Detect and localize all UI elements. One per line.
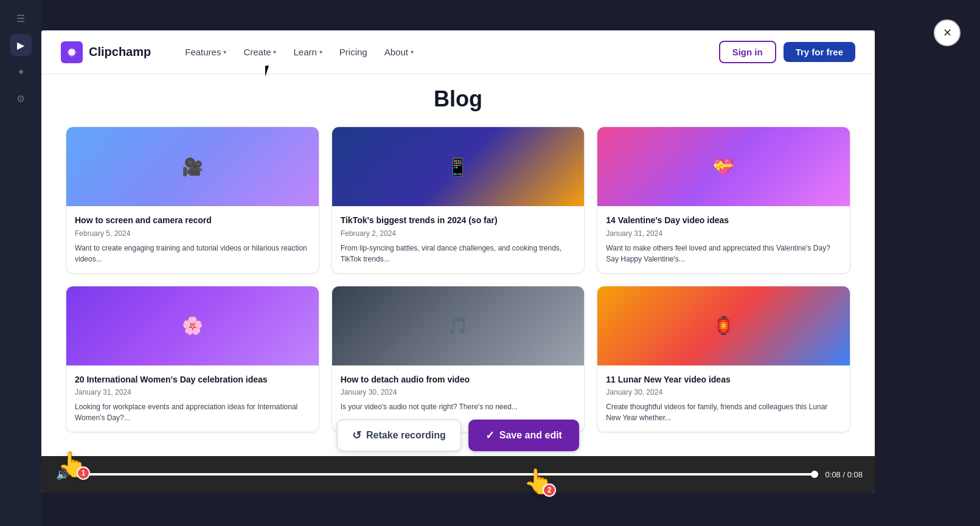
card-excerpt-1: Want to create engaging training and tut… — [75, 243, 310, 265]
card-body-3: 14 Valentine's Day video ideas January 3… — [597, 206, 850, 273]
card-date-4: January 31, 2024 — [75, 388, 310, 396]
blog-card-2[interactable]: 📱 TikTok's biggest trends in 2024 (so fa… — [332, 126, 585, 274]
blog-area: Blog 🎥 How to screen and camera record F… — [41, 74, 875, 456]
nav-links: Features ▾ Create ▾ Learn ▾ Pricing Abou… — [178, 42, 704, 62]
nav-learn-label: Learn — [293, 47, 316, 57]
card-image-5: 🎵 — [332, 286, 585, 365]
nav-pricing[interactable]: Pricing — [332, 42, 375, 62]
sidebar-icon-menu[interactable]: ☰ — [10, 7, 32, 29]
card-title-3: 14 Valentine's Day video ideas — [606, 215, 841, 227]
card-title-1: How to screen and camera record — [75, 215, 310, 227]
logo-text: Clipchamp — [89, 45, 151, 59]
save-icon: ✓ — [485, 429, 495, 442]
card-date-1: February 5, 2024 — [75, 229, 310, 238]
nav-about-chevron: ▾ — [411, 49, 414, 55]
card-body-2: TikTok's biggest trends in 2024 (so far)… — [332, 206, 585, 273]
sidebar-icon-settings[interactable]: ⚙ — [10, 88, 32, 109]
retake-icon: ↺ — [352, 429, 361, 442]
nav-learn[interactable]: Learn ▾ — [286, 42, 329, 62]
card-body-5: How to detach audio from video January 3… — [332, 365, 585, 421]
volume-icon[interactable]: 🔊 — [54, 468, 72, 481]
logo-area[interactable]: Clipchamp — [61, 41, 151, 63]
nav-features-chevron: ▾ — [223, 49, 226, 55]
nav-about[interactable]: About ▾ — [377, 42, 421, 62]
nav-learn-chevron: ▾ — [319, 49, 322, 55]
save-label: Save and edit — [499, 430, 562, 441]
card-excerpt-4: Looking for workplace events and appreci… — [75, 401, 310, 423]
card-excerpt-5: Is your video's audio not quite right? T… — [341, 401, 576, 412]
sidebar-icon-play[interactable]: ▶ — [10, 34, 32, 56]
card-date-2: February 2, 2024 — [341, 229, 576, 238]
video-controls: 🔊 0:08 / 0:08 — [41, 456, 875, 493]
svg-rect-1 — [69, 49, 75, 55]
blog-card-6[interactable]: 🏮 11 Lunar New Year video ideas January … — [597, 286, 850, 433]
card-excerpt-2: From lip-syncing battles, viral dance ch… — [341, 243, 576, 265]
nav-create[interactable]: Create ▾ — [236, 42, 283, 62]
sidebar-icon-star[interactable]: ✦ — [10, 61, 32, 83]
card-body-4: 20 International Women's Day celebration… — [66, 365, 319, 432]
card-title-6: 11 Lunar New Year video ideas — [606, 374, 841, 386]
card-body-6: 11 Lunar New Year video ideas January 30… — [597, 365, 850, 432]
blog-card-5[interactable]: 🎵 How to detach audio from video January… — [332, 286, 585, 433]
blog-grid: 🎥 How to screen and camera record Februa… — [66, 126, 850, 432]
card-body-1: How to screen and camera record February… — [66, 206, 319, 273]
retake-label: Retake recording — [366, 430, 446, 441]
card-excerpt-3: Want to make others feel loved and appre… — [606, 243, 841, 265]
card-image-4: 🌸 — [66, 286, 319, 365]
card-date-5: January 30, 2024 — [341, 388, 576, 396]
clipchamp-logo — [61, 41, 83, 63]
nav-features-label: Features — [185, 47, 221, 57]
sidebar: ☰ ▶ ✦ ⚙ — [0, 0, 41, 526]
card-image-1: 🎥 — [66, 127, 319, 206]
time-display: 0:08 / 0:08 — [825, 470, 863, 479]
retake-recording-button[interactable]: ↺ Retake recording — [337, 420, 461, 451]
close-icon: ✕ — [943, 26, 952, 40]
progress-fill — [79, 473, 818, 476]
card-excerpt-6: Create thoughtful videos for family, fri… — [606, 401, 841, 423]
blog-card-1[interactable]: 🎥 How to screen and camera record Februa… — [66, 126, 319, 274]
card-image-3: 💝 — [597, 127, 850, 206]
card-title-5: How to detach audio from video — [341, 374, 576, 386]
blog-card-3[interactable]: 💝 14 Valentine's Day video ideas January… — [597, 126, 850, 274]
nav-features[interactable]: Features ▾ — [178, 42, 234, 62]
blog-title: Blog — [66, 86, 850, 112]
progress-bar[interactable] — [79, 473, 818, 476]
action-buttons: ↺ Retake recording ✓ Save and edit — [337, 420, 579, 451]
card-title-4: 20 International Women's Day celebration… — [75, 374, 310, 386]
navbar: Clipchamp Features ▾ Create ▾ Learn ▾ Pr… — [41, 30, 875, 74]
nav-about-label: About — [384, 47, 408, 57]
card-image-6: 🏮 — [597, 286, 850, 365]
card-image-2: 📱 — [332, 127, 585, 206]
blog-card-4[interactable]: 🌸 20 International Women's Day celebrati… — [66, 286, 319, 433]
nav-create-label: Create — [243, 47, 271, 57]
card-title-2: TikTok's biggest trends in 2024 (so far) — [341, 215, 576, 227]
try-free-button[interactable]: Try for free — [784, 42, 855, 62]
card-date-6: January 30, 2024 — [606, 388, 841, 396]
card-date-3: January 31, 2024 — [606, 229, 841, 238]
signin-button[interactable]: Sign in — [719, 41, 776, 63]
video-container: Clipchamp Features ▾ Create ▾ Learn ▾ Pr… — [41, 30, 875, 493]
nav-pricing-label: Pricing — [339, 47, 367, 57]
save-and-edit-button[interactable]: ✓ Save and edit — [468, 420, 579, 451]
nav-create-chevron: ▾ — [273, 49, 276, 55]
close-button[interactable]: ✕ — [934, 19, 961, 46]
nav-actions: Sign in Try for free — [719, 41, 855, 63]
progress-thumb — [811, 471, 818, 478]
